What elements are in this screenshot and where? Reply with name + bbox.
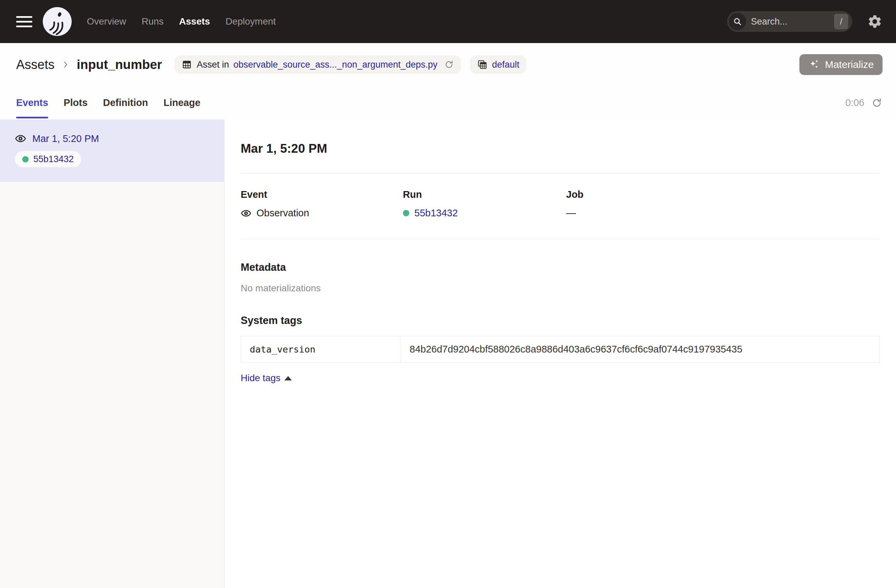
page-title: input_number: [77, 58, 162, 72]
nav-item-overview[interactable]: Overview: [87, 16, 126, 27]
tag-key-cell: data_version: [241, 336, 401, 362]
sparkles-icon: [808, 59, 820, 71]
workspace-icon: [477, 59, 488, 70]
observation-eye-icon: [15, 133, 26, 144]
reload-location-icon[interactable]: [444, 59, 454, 70]
global-search[interactable]: /: [727, 11, 852, 32]
metadata-empty-text: No materializations: [241, 283, 880, 294]
nav-item-deployment[interactable]: Deployment: [226, 16, 276, 27]
nav-item-assets[interactable]: Assets: [179, 16, 210, 27]
repository-default-link[interactable]: default: [492, 59, 520, 70]
asset-location-pill[interactable]: Asset in observable_source_ass..._non_ar…: [175, 56, 460, 74]
search-icon: [729, 13, 746, 30]
event-list-item-selected[interactable]: Mar 1, 5:20 PM 55b13432: [0, 119, 224, 182]
nav-item-runs[interactable]: Runs: [142, 16, 164, 27]
event-detail-title: Mar 1, 5:20 PM: [241, 141, 880, 156]
refresh-icon[interactable]: [871, 97, 882, 109]
divider: [241, 173, 880, 173]
tab-definition[interactable]: Definition: [103, 86, 148, 119]
repository-pill[interactable]: default: [470, 56, 526, 74]
event-column: Event Observation: [241, 189, 403, 219]
asset-file-link[interactable]: observable_source_ass..._non_argument_de…: [233, 59, 437, 70]
dagster-logo-icon[interactable]: [41, 5, 73, 38]
metadata-heading: Metadata: [241, 261, 880, 273]
event-column-label: Event: [241, 189, 403, 200]
top-nav-bar: Overview Runs Assets Deployment /: [0, 0, 896, 43]
tab-lineage[interactable]: Lineage: [164, 86, 201, 119]
slash-shortcut-key: /: [834, 14, 848, 29]
event-list-sidebar: Mar 1, 5:20 PM 55b13432: [0, 119, 224, 588]
observation-eye-icon: [241, 208, 251, 219]
refresh-countdown: 0:06: [846, 97, 864, 108]
run-column-label: Run: [403, 189, 566, 200]
breadcrumb-assets-link[interactable]: Assets: [16, 58, 55, 72]
event-summary-columns: Event Observation Run 55b13432 Job: [241, 189, 880, 219]
tag-value-cell: 84b26d7d9204cbf588026c8a9886d403a6c9637c…: [401, 336, 879, 362]
event-detail-panel: Mar 1, 5:20 PM Event Observation Run 55b…: [224, 119, 896, 588]
primary-nav: Overview Runs Assets Deployment: [87, 16, 276, 27]
job-column: Job —: [566, 189, 880, 219]
content-area: Mar 1, 5:20 PM 55b13432 Mar 1, 5:20 PM E…: [0, 119, 896, 588]
asset-header: Assets input_number Asset in observable_…: [0, 43, 896, 86]
run-column: Run 55b13432: [403, 189, 566, 219]
system-tags-table: data_version 84b26d7d9204cbf588026c8a988…: [241, 336, 880, 363]
caret-up-icon: [284, 376, 292, 380]
job-column-label: Job: [566, 189, 880, 200]
divider: [241, 239, 880, 239]
search-input[interactable]: [746, 17, 834, 27]
asset-tabs: Events Plots Definition Lineage 0:06: [0, 86, 896, 119]
event-timestamp: Mar 1, 5:20 PM: [32, 133, 99, 144]
tab-plots[interactable]: Plots: [64, 86, 87, 119]
job-value: —: [566, 208, 576, 219]
asset-location-prefix: Asset in: [197, 59, 229, 70]
run-id-label: 55b13432: [34, 154, 74, 164]
system-tags-heading: System tags: [241, 315, 880, 327]
event-type-value: Observation: [256, 208, 309, 219]
run-id-link[interactable]: 55b13432: [414, 208, 458, 219]
run-status-dot: [22, 156, 29, 163]
breadcrumb-chevron-icon: [61, 60, 70, 69]
run-id-pill[interactable]: 55b13432: [15, 151, 81, 167]
table-icon: [181, 59, 192, 70]
tab-events[interactable]: Events: [16, 86, 48, 119]
hamburger-menu-icon[interactable]: [16, 16, 32, 27]
hide-tags-label: Hide tags: [241, 373, 280, 383]
gear-icon[interactable]: [867, 14, 882, 29]
run-status-dot: [403, 210, 409, 216]
hide-tags-toggle[interactable]: Hide tags: [241, 373, 292, 383]
materialize-button[interactable]: Materialize: [799, 54, 882, 75]
materialize-button-label: Materialize: [825, 59, 874, 70]
